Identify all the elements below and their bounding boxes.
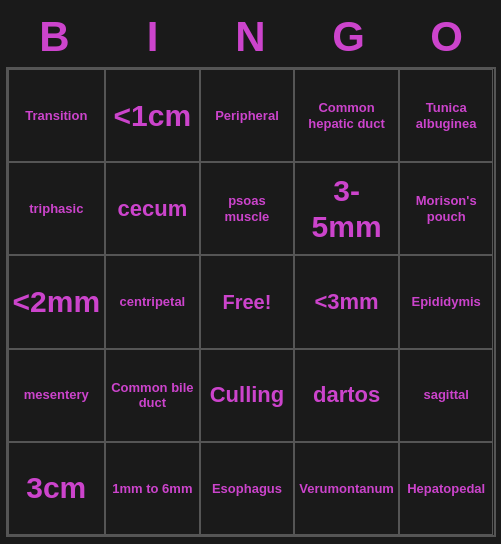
bingo-cell-6: cecum [105, 162, 200, 255]
cell-text-5: triphasic [29, 201, 83, 217]
bingo-letter-o: O [402, 13, 492, 61]
bingo-cell-10: <2mm [8, 255, 106, 348]
bingo-cell-17: Culling [200, 349, 295, 442]
cell-text-3: Common hepatic duct [299, 100, 394, 131]
cell-text-22: Esophagus [212, 481, 282, 497]
bingo-letter-b: B [10, 13, 100, 61]
bingo-cell-8: 3-5mm [294, 162, 399, 255]
bingo-cell-0: Transition [8, 69, 106, 162]
cell-text-21: 1mm to 6mm [112, 481, 192, 497]
bingo-cell-14: Epididymis [399, 255, 494, 348]
bingo-cell-15: mesentery [8, 349, 106, 442]
cell-text-13: <3mm [314, 289, 378, 315]
bingo-cell-3: Common hepatic duct [294, 69, 399, 162]
bingo-cell-1: <1cm [105, 69, 200, 162]
cell-text-15: mesentery [24, 387, 89, 403]
bingo-cell-2: Peripheral [200, 69, 295, 162]
bingo-cell-16: Common bile duct [105, 349, 200, 442]
cell-text-11: centripetal [119, 294, 185, 310]
bingo-cell-20: 3cm [8, 442, 106, 535]
bingo-cell-21: 1mm to 6mm [105, 442, 200, 535]
bingo-cell-5: triphasic [8, 162, 106, 255]
cell-text-18: dartos [313, 382, 380, 408]
cell-text-17: Culling [210, 382, 285, 408]
bingo-cell-12: Free! [200, 255, 295, 348]
cell-text-2: Peripheral [215, 108, 279, 124]
bingo-header: BINGO [6, 7, 496, 67]
bingo-letter-g: G [304, 13, 394, 61]
bingo-cell-23: Verumontanum [294, 442, 399, 535]
cell-text-23: Verumontanum [299, 481, 394, 497]
cell-text-6: cecum [118, 196, 188, 222]
cell-text-24: Hepatopedal [407, 481, 485, 497]
cell-text-4: Tunica albuginea [404, 100, 489, 131]
bingo-cell-18: dartos [294, 349, 399, 442]
cell-text-9: Morison's pouch [404, 193, 489, 224]
cell-text-16: Common bile duct [110, 380, 195, 411]
bingo-card: BINGO Transition<1cmPeripheralCommon hep… [6, 7, 496, 537]
bingo-cell-13: <3mm [294, 255, 399, 348]
bingo-cell-9: Morison's pouch [399, 162, 494, 255]
bingo-cell-11: centripetal [105, 255, 200, 348]
cell-text-7: psoas muscle [205, 193, 290, 224]
cell-text-10: <2mm [13, 284, 101, 320]
cell-text-1: <1cm [114, 98, 192, 134]
cell-text-0: Transition [25, 108, 87, 124]
cell-text-12: Free! [223, 290, 272, 314]
bingo-cell-24: Hepatopedal [399, 442, 494, 535]
bingo-letter-i: I [108, 13, 198, 61]
bingo-grid: Transition<1cmPeripheralCommon hepatic d… [6, 67, 496, 537]
cell-text-14: Epididymis [412, 294, 481, 310]
cell-text-20: 3cm [26, 470, 86, 506]
bingo-cell-7: psoas muscle [200, 162, 295, 255]
bingo-cell-22: Esophagus [200, 442, 295, 535]
cell-text-8: 3-5mm [299, 173, 394, 245]
bingo-cell-4: Tunica albuginea [399, 69, 494, 162]
bingo-cell-19: sagittal [399, 349, 494, 442]
bingo-letter-n: N [206, 13, 296, 61]
cell-text-19: sagittal [423, 387, 469, 403]
